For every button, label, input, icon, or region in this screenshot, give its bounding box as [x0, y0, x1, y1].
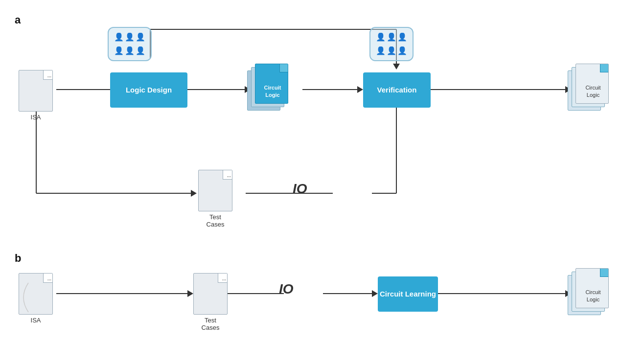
- circuit-logic-stack-a: CircuitLogic: [247, 64, 291, 113]
- person-icon-v5: 👤: [387, 47, 396, 55]
- verification-box: Verification: [363, 72, 431, 108]
- arrows-svg: [0, 0, 644, 343]
- person-icon-6: 👤: [136, 47, 145, 55]
- isa-label-b: ISA: [31, 317, 41, 324]
- out-b-front: CircuitLogic: [575, 268, 609, 308]
- isa-label-a: ISA: [31, 114, 41, 121]
- test-cases-label-b: TestCases: [202, 317, 220, 331]
- person-icon-v2: 👤: [387, 33, 396, 41]
- person-icon-1: 👤: [114, 33, 124, 41]
- svg-marker-23: [372, 290, 378, 297]
- person-icon-3: 👤: [136, 33, 145, 41]
- svg-marker-14: [191, 190, 197, 197]
- svg-marker-5: [357, 86, 363, 93]
- io-label-a: IO: [293, 181, 307, 197]
- isa-doc-a: ISA: [19, 70, 53, 121]
- person-icon-v6: 👤: [397, 47, 407, 55]
- circuit-logic-out-stack-a: CircuitLogic: [568, 64, 612, 113]
- logic-design-box: Logic Design: [110, 72, 187, 108]
- circuit-learning-box: Circuit Learning: [378, 276, 438, 312]
- svg-marker-20: [187, 290, 193, 297]
- person-icon-5: 👤: [125, 47, 135, 55]
- section-a-label: a: [15, 14, 21, 26]
- test-cases-doc-b: TestCases: [193, 273, 228, 331]
- circuit-logic-out-stack-b: CircuitLogic: [568, 268, 612, 317]
- person-icon-4: 👤: [114, 47, 124, 55]
- person-icon-v3: 👤: [397, 33, 407, 41]
- out-stack-front: CircuitLogic: [575, 64, 609, 104]
- svg-marker-11: [393, 64, 400, 69]
- person-icon-2: 👤: [125, 33, 135, 41]
- test-cases-doc-a: TestCases: [198, 170, 232, 228]
- people-icon-verification: 👤 👤 👤 👤 👤 👤: [369, 27, 414, 61]
- diagram-container: a b ISA 👤 👤 👤 👤 👤 👤 Logic Design Circuit…: [0, 0, 644, 343]
- test-cases-label-a: TestCases: [207, 213, 225, 228]
- person-icon-v4: 👤: [376, 47, 386, 55]
- person-icon-v1: 👤: [376, 33, 386, 41]
- isa-doc-b: ISA: [19, 273, 53, 324]
- people-icon-logic-design: 👤 👤 👤 👤 👤 👤: [108, 27, 152, 61]
- stack-doc-front: CircuitLogic: [255, 64, 288, 104]
- io-label-b: IO: [279, 281, 294, 297]
- section-b-label: b: [15, 252, 21, 265]
